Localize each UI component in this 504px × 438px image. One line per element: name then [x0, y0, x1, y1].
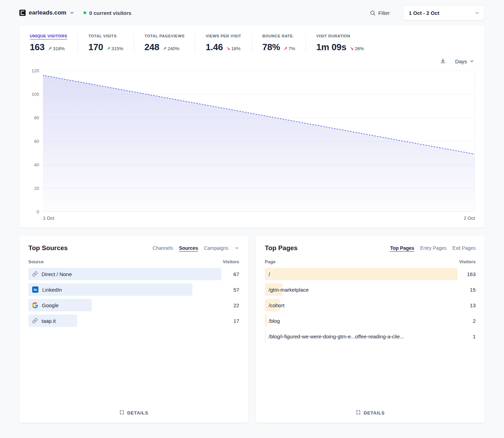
y-axis-label: 20 — [34, 185, 39, 191]
trend-up-icon: ↗ — [107, 46, 110, 51]
trend-up-icon: ↗ — [163, 46, 166, 51]
stat-views-per-visit[interactable]: VIEWS PER VISIT 1.46 ↘ 18% — [195, 34, 252, 53]
stat-change: 18% — [231, 46, 241, 51]
site-name: earleads.com — [29, 9, 66, 16]
source-visitors: 67 — [226, 271, 239, 277]
tab-entry-pages[interactable]: Entry Pages — [420, 245, 447, 251]
link-icon — [32, 271, 38, 277]
details-button[interactable]: DETAILS — [265, 405, 476, 416]
top-bar: earleads.com 0 current visitors Filter 1… — [19, 5, 485, 21]
x-axis-label: 1 Oct — [43, 216, 54, 221]
x-axis: 1 Oct 2 Oct — [43, 216, 475, 221]
x-axis-label: 2 Oct — [464, 216, 475, 221]
source-label: Direct / None — [42, 271, 72, 277]
page-row[interactable]: /blog/i-figured-we-were-doing-gtm-e...of… — [265, 330, 476, 343]
dashboard: earleads.com 0 current visitors Filter 1… — [0, 0, 504, 430]
filter-label: Filter — [378, 10, 390, 16]
tab-exit-pages[interactable]: Exit Pages — [452, 245, 476, 251]
stat-change: 26% — [355, 46, 364, 51]
site-favicon — [19, 10, 26, 16]
stat-total-visits[interactable]: TOTAL VISITS 170 ↗ 315% — [78, 34, 134, 53]
page-visitors: 2 — [462, 318, 476, 324]
page-visitors: 13 — [462, 302, 476, 308]
stat-change: 7% — [288, 46, 295, 51]
tab-channels[interactable]: Channels — [153, 245, 173, 251]
top-pages-title: Top Pages — [265, 244, 298, 252]
column-header-visitors: Visitors — [459, 259, 476, 264]
page-row[interactable]: / 163 — [265, 268, 476, 280]
page-label: / — [269, 271, 270, 277]
y-axis-label: 120 — [32, 68, 39, 73]
filter-button[interactable]: Filter — [370, 10, 390, 16]
download-icon — [440, 57, 446, 65]
trend-up-icon: ↗ — [284, 46, 287, 51]
details-label: DETAILS — [127, 410, 148, 416]
tab-sources[interactable]: Sources — [179, 245, 198, 251]
current-visitors-label: 0 current visitors — [89, 10, 132, 16]
source-label: LinkedIn — [42, 287, 62, 293]
source-visitors: 17 — [226, 318, 239, 324]
source-visitors: 57 — [226, 287, 239, 293]
stat-change: 318% — [53, 46, 65, 51]
column-header-source: Source — [28, 259, 44, 264]
stat-value: 1.46 — [206, 42, 223, 53]
stat-change: 315% — [111, 46, 124, 51]
page-visitors: 163 — [462, 271, 476, 277]
stat-label: VISIT DURATION — [316, 34, 364, 38]
expand-icon — [356, 410, 361, 416]
tab-campaigns[interactable]: Campaigns — [204, 245, 228, 251]
top-pages-card: Top Pages Top Pages Entry Pages Exit Pag… — [256, 236, 485, 423]
stat-value: 1m 09s — [316, 42, 346, 53]
stat-total-pageviews[interactable]: TOTAL PAGEVIEWS 248 ↗ 240% — [134, 34, 195, 53]
page-row[interactable]: /cohort 13 — [265, 299, 476, 311]
page-label: /blog/i-figured-we-were-doing-gtm-e...of… — [269, 334, 404, 339]
stat-label: TOTAL VISITS — [88, 34, 123, 38]
page-visitors: 1 — [462, 334, 476, 339]
stat-value: 170 — [88, 42, 103, 53]
tab-top-pages[interactable]: Top Pages — [390, 245, 414, 251]
export-button[interactable] — [440, 57, 446, 65]
column-header-page: Page — [265, 259, 276, 264]
online-dot — [83, 11, 86, 14]
stat-label: TOTAL PAGEVIEWS — [144, 34, 184, 38]
plot-area — [43, 71, 475, 212]
date-range-label: 1 Oct - 2 Oct — [409, 10, 439, 16]
top-sources-card: Top Sources Channels Sources Campaigns S… — [19, 236, 248, 423]
page-visitors: 15 — [462, 287, 476, 293]
chevron-down-icon — [70, 10, 74, 15]
date-range-picker[interactable]: 1 Oct - 2 Oct — [403, 5, 485, 20]
current-visitors-status[interactable]: 0 current visitors — [83, 10, 132, 16]
trend-up-icon: ↗ — [48, 46, 52, 51]
source-row[interactable]: Google 22 — [28, 299, 239, 311]
source-row[interactable]: taap.it 17 — [28, 314, 239, 327]
y-axis-label: 40 — [34, 162, 39, 167]
stat-unique-visitors[interactable]: UNIQUE VISITORS 163 ↗ 318% — [29, 34, 78, 53]
chevron-down-icon[interactable] — [234, 246, 239, 250]
page-row[interactable]: /gtm-marketplace 15 — [265, 283, 476, 296]
page-label: /cohort — [269, 302, 285, 308]
column-header-visitors: Visitors — [223, 259, 239, 264]
site-picker[interactable]: earleads.com — [19, 9, 74, 16]
page-label: /blog — [269, 318, 280, 324]
interval-picker[interactable]: Days — [455, 58, 474, 64]
chevron-down-icon — [475, 10, 480, 16]
stat-visit-duration[interactable]: VISIT DURATION 1m 09s ↘ 26% — [306, 34, 375, 53]
source-row[interactable]: Direct / None 67 — [28, 268, 239, 280]
page-row[interactable]: /blog 2 — [265, 314, 476, 327]
linkedin-icon: in — [32, 286, 38, 293]
details-button[interactable]: DETAILS — [28, 405, 239, 416]
stat-change: 240% — [168, 46, 180, 51]
stat-label: UNIQUE VISITORS — [30, 34, 67, 38]
source-row[interactable]: in LinkedIn 57 — [28, 283, 239, 296]
expand-icon — [119, 410, 124, 416]
visitors-overview-card: UNIQUE VISITORS 163 ↗ 318% TOTAL VISITS … — [19, 26, 485, 228]
source-label: Google — [42, 302, 58, 308]
y-axis-label: 100 — [32, 92, 39, 97]
y-axis-label: 80 — [34, 115, 39, 120]
y-axis-label: 60 — [34, 139, 39, 144]
stat-value: 248 — [144, 42, 159, 53]
area-chart-svg — [43, 71, 475, 212]
stat-value: 78% — [262, 42, 280, 53]
source-visitors: 22 — [226, 302, 239, 308]
stat-bounce-rate[interactable]: BOUNCE RATE 78% ↗ 7% — [252, 34, 306, 53]
